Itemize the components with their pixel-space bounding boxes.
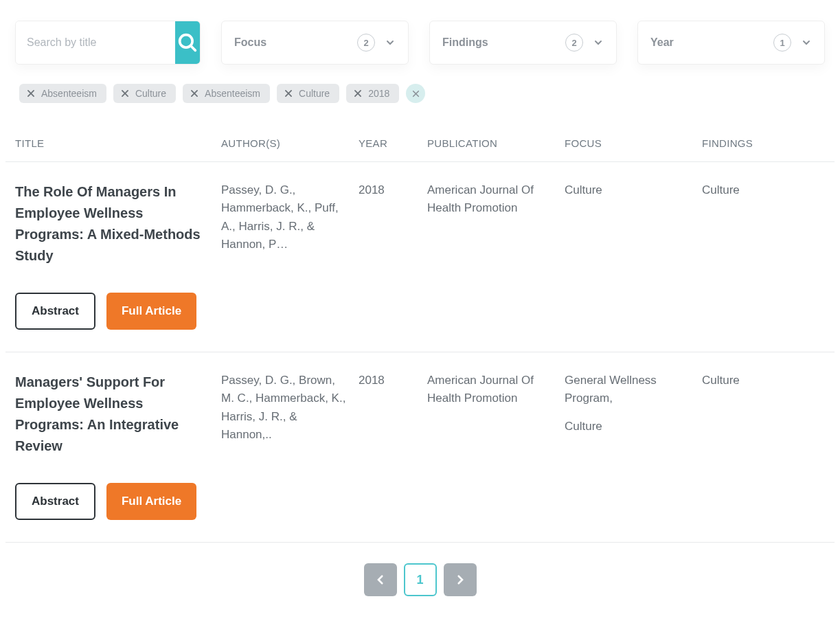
cell-focus: General Wellness Program, Culture	[565, 372, 702, 520]
column-findings: FINDINGS	[702, 137, 825, 149]
cell-findings: Culture	[702, 372, 825, 520]
filter-chip[interactable]: Culture	[277, 84, 339, 103]
cell-authors: Passey, D. G., Brown, M. C., Hammerback,…	[221, 372, 359, 520]
cell-authors: Passey, D. G., Hammerback, K., Puff, A.,…	[221, 181, 359, 330]
cell-publication: American Journal Of Health Promotion	[427, 372, 565, 520]
article-title[interactable]: The Role Of Managers In Employee Wellnes…	[15, 181, 205, 267]
chevron-left-icon	[374, 574, 387, 586]
close-icon	[284, 89, 293, 98]
chevron-down-icon	[593, 37, 604, 48]
column-title: TITLE	[15, 137, 221, 149]
svg-line-1	[191, 46, 196, 51]
filter-chip[interactable]: Culture	[113, 84, 176, 103]
chip-label: Culture	[299, 88, 330, 99]
filter-count-badge: 1	[773, 34, 791, 52]
close-icon	[120, 89, 130, 98]
chevron-down-icon	[801, 37, 812, 48]
full-article-button[interactable]: Full Article	[106, 293, 196, 330]
close-icon	[190, 89, 199, 98]
focus-tag: Culture	[565, 418, 694, 435]
chip-label: Absenteeism	[205, 88, 260, 99]
chip-label: Absenteeism	[41, 88, 97, 99]
abstract-button[interactable]: Abstract	[15, 483, 95, 520]
column-publication: PUBLICATION	[427, 137, 565, 149]
pagination: 1	[5, 543, 835, 596]
search-icon	[176, 31, 199, 54]
clear-all-filters-button[interactable]	[406, 84, 425, 103]
filter-focus[interactable]: Focus 2	[221, 21, 409, 65]
cell-year: 2018	[359, 181, 427, 330]
search-button[interactable]	[175, 21, 200, 64]
article-title[interactable]: Managers' Support For Employee Wellness …	[15, 372, 205, 457]
table-header: TITLE AUTHOR(S) YEAR PUBLICATION FOCUS F…	[5, 137, 835, 162]
filter-findings[interactable]: Findings 2	[429, 21, 617, 65]
column-year: YEAR	[359, 137, 427, 149]
cell-focus: Culture	[565, 181, 702, 330]
full-article-button[interactable]: Full Article	[106, 483, 196, 520]
active-filter-chips: Absenteeism Culture Absenteeism Culture …	[5, 84, 835, 137]
filter-label: Focus	[234, 36, 266, 49]
close-icon	[353, 89, 363, 98]
page-number[interactable]: 1	[404, 563, 437, 596]
column-authors: AUTHOR(S)	[221, 137, 359, 149]
focus-tag: Culture	[565, 181, 694, 199]
prev-page-button[interactable]	[364, 563, 397, 596]
focus-tag: General Wellness Program,	[565, 372, 694, 408]
close-icon	[411, 89, 420, 98]
filter-count-badge: 2	[357, 34, 375, 52]
cell-publication: American Journal Of Health Promotion	[427, 181, 565, 330]
filter-chip[interactable]: Absenteeism	[183, 84, 270, 103]
chip-label: 2018	[368, 88, 389, 99]
table-row: The Role Of Managers In Employee Wellnes…	[5, 162, 835, 352]
chevron-right-icon	[454, 574, 466, 586]
search-box	[15, 21, 201, 65]
filter-bar: Focus 2 Findings 2 Year 1	[5, 21, 835, 84]
filter-count-badge: 2	[565, 34, 583, 52]
cell-year: 2018	[359, 372, 427, 520]
cell-findings: Culture	[702, 181, 825, 330]
filter-year[interactable]: Year 1	[637, 21, 825, 65]
chevron-down-icon	[385, 37, 396, 48]
next-page-button[interactable]	[444, 563, 477, 596]
filter-chip[interactable]: 2018	[346, 84, 399, 103]
close-icon	[26, 89, 36, 98]
filter-chip[interactable]: Absenteeism	[19, 84, 106, 103]
column-focus: FOCUS	[565, 137, 702, 149]
chip-label: Culture	[135, 88, 166, 99]
filter-label: Findings	[442, 36, 488, 49]
table-row: Managers' Support For Employee Wellness …	[5, 352, 835, 543]
filter-label: Year	[650, 36, 674, 49]
search-input[interactable]	[16, 21, 175, 64]
abstract-button[interactable]: Abstract	[15, 293, 95, 330]
